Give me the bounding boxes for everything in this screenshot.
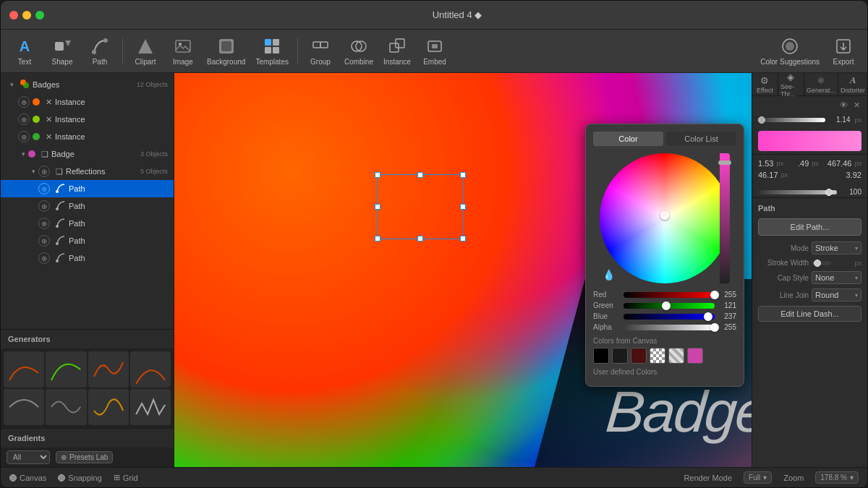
layer-badge-group[interactable]: ▾ ❑ Badge 3 Objects xyxy=(1,145,174,163)
gradients-all-select[interactable]: All xyxy=(7,450,50,464)
selection-handles[interactable] xyxy=(377,174,464,239)
edit-path-btn[interactable]: Edit Path... xyxy=(758,218,861,236)
wheel-cursor[interactable] xyxy=(660,211,669,220)
layer-badges[interactable]: ▾ Badges 12 Objects xyxy=(1,76,174,93)
tool-path[interactable]: Path xyxy=(82,33,118,69)
add-btn-2[interactable]: ⊕ xyxy=(18,114,30,125)
generator-1[interactable] xyxy=(4,351,44,388)
handle-top-left[interactable] xyxy=(375,172,380,178)
layer-instance-3[interactable]: ⊕ ✕ Instance xyxy=(1,128,174,145)
generator-6[interactable] xyxy=(46,389,86,425)
generator-5[interactable] xyxy=(4,389,44,425)
canvas-circle xyxy=(9,474,17,481)
add-btn-1[interactable]: ⊕ xyxy=(18,96,30,108)
close-button[interactable] xyxy=(9,11,18,20)
tool-export[interactable]: Export xyxy=(825,33,861,69)
layer-path-3[interactable]: ⊕ Path xyxy=(1,215,174,232)
tool-text[interactable]: A Text xyxy=(7,33,43,69)
swatch-checker-1[interactable] xyxy=(650,348,665,364)
generators-header[interactable]: Generators xyxy=(1,330,174,348)
gradients-header[interactable]: Gradients xyxy=(1,429,174,448)
reflections-icon: ❑ xyxy=(56,167,63,176)
layer-instance-2[interactable]: ⊕ ✕ Instance xyxy=(1,111,174,128)
edit-line-dash-btn[interactable]: Edit Line Dash... xyxy=(758,306,861,322)
zoom-arrow: ▾ xyxy=(850,474,854,481)
svg-rect-0 xyxy=(55,42,64,51)
tool-templates[interactable]: Templates xyxy=(251,33,293,69)
tool-background[interactable]: Background xyxy=(203,33,250,69)
swatch-dark[interactable] xyxy=(612,348,628,364)
mode-select[interactable]: Stroke ▾ xyxy=(812,241,861,254)
tool-image-label: Image xyxy=(173,58,193,66)
red-slider[interactable] xyxy=(624,292,715,298)
tab-color-list[interactable]: Color List xyxy=(666,132,736,146)
generator-4[interactable] xyxy=(130,351,171,388)
generator-2[interactable] xyxy=(46,351,86,388)
snapping-status[interactable]: Snapping xyxy=(58,474,102,482)
layer-path-5[interactable]: ⊕ Path xyxy=(1,249,174,267)
add-btn-path1[interactable]: ⊕ xyxy=(38,183,50,194)
handle-top-middle[interactable] xyxy=(417,172,423,178)
layer-path-2[interactable]: ⊕ Path xyxy=(1,197,174,215)
layer-reflections[interactable]: ▾ ⊕ ❑ Reflections 5 Objects xyxy=(1,163,174,180)
swatch-checker-2[interactable] xyxy=(668,348,684,364)
handle-top-right[interactable] xyxy=(460,172,466,178)
tool-image[interactable]: Image xyxy=(165,33,201,69)
color-wheel[interactable] xyxy=(600,153,730,283)
color-brightness-strip[interactable] xyxy=(720,153,730,283)
layer-instance-1[interactable]: ⊕ ✕ Instance xyxy=(1,93,174,111)
add-btn-refl[interactable]: ⊕ xyxy=(38,166,50,177)
tool-embed[interactable]: Embed xyxy=(417,33,453,69)
line-join-select[interactable]: Round ▾ xyxy=(812,288,861,301)
layer-path-1[interactable]: ⊕ Path xyxy=(1,180,174,197)
blue-slider[interactable] xyxy=(624,314,715,320)
add-btn-path3[interactable]: ⊕ xyxy=(38,218,50,229)
tool-combine[interactable]: Combine xyxy=(340,33,378,69)
add-btn-path2[interactable]: ⊕ xyxy=(38,200,50,212)
add-btn-3[interactable]: ⊕ xyxy=(18,131,30,142)
grid-status[interactable]: ⊞ Grid xyxy=(114,473,138,482)
swatch-black[interactable] xyxy=(593,348,609,364)
tool-group[interactable]: Group xyxy=(302,33,339,69)
svg-point-3 xyxy=(103,38,108,43)
eyedropper-icon[interactable]: 💧 xyxy=(603,269,615,281)
green-slider[interactable] xyxy=(624,303,715,309)
generator-7[interactable] xyxy=(88,389,129,425)
close-layer-btn[interactable]: ✕ xyxy=(852,99,861,111)
handle-right-middle[interactable] xyxy=(460,204,466,210)
color-preview-bar[interactable] xyxy=(758,131,861,151)
tab-effect[interactable]: ⚙ Effect xyxy=(752,73,778,95)
render-mode-select[interactable]: Full ▾ xyxy=(744,471,772,484)
swatch-pink[interactable] xyxy=(687,348,703,364)
swatch-darkred[interactable] xyxy=(631,348,647,364)
tab-seethrough[interactable]: ◈ See-Thr... xyxy=(778,73,804,95)
tool-shape[interactable]: Shape xyxy=(44,33,80,69)
brightness-thumb[interactable] xyxy=(718,160,731,165)
fill-slider[interactable] xyxy=(758,190,837,194)
minimize-button[interactable] xyxy=(22,11,31,20)
generator-3[interactable] xyxy=(88,351,129,388)
tab-distorter[interactable]: A Distorter xyxy=(838,73,867,95)
generator-8[interactable] xyxy=(130,389,171,425)
cap-style-select[interactable]: None ▾ xyxy=(812,271,861,284)
alpha-slider[interactable] xyxy=(624,325,715,330)
tool-clipart[interactable]: Clipart xyxy=(127,33,163,69)
tool-instance[interactable]: Instance xyxy=(379,33,415,69)
tool-color-suggestions[interactable]: Color Suggestions xyxy=(756,33,824,69)
eye-icon[interactable]: 👁 xyxy=(838,99,849,111)
zoom-control[interactable]: 178.8 % ▾ xyxy=(815,471,859,484)
tab-color[interactable]: Color xyxy=(593,132,663,146)
presets-lab-btn[interactable]: ⊕ Presets Lab xyxy=(56,451,113,463)
opacity-slider[interactable] xyxy=(758,118,825,122)
handle-left-middle[interactable] xyxy=(375,204,380,210)
handle-bottom-right[interactable] xyxy=(460,236,466,241)
stroke-width-slider[interactable] xyxy=(812,261,831,265)
add-btn-path5[interactable]: ⊕ xyxy=(38,252,50,264)
canvas-status[interactable]: Canvas xyxy=(9,474,46,482)
add-btn-path4[interactable]: ⊕ xyxy=(38,235,50,247)
tab-generate[interactable]: ⚛ Generat... xyxy=(804,73,838,95)
fullscreen-button[interactable] xyxy=(35,11,44,20)
layer-path-4[interactable]: ⊕ Path xyxy=(1,232,174,249)
handle-bottom-left[interactable] xyxy=(375,236,380,241)
handle-bottom-middle[interactable] xyxy=(417,236,423,241)
